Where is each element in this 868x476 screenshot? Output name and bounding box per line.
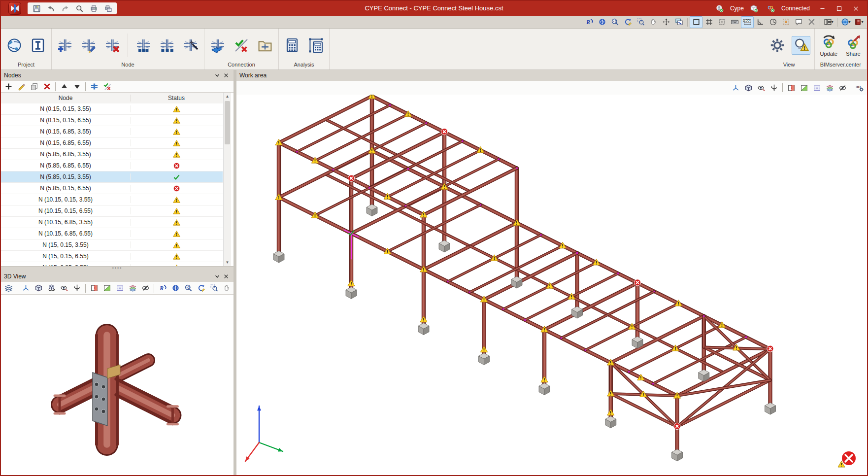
add-icon[interactable] bbox=[2, 81, 15, 93]
frame-icon[interactable] bbox=[690, 16, 702, 28]
rotate-view-icon[interactable]: R bbox=[156, 282, 169, 294]
view3d-settings-icon[interactable]: 3D bbox=[853, 82, 866, 94]
warning-marker[interactable] bbox=[368, 95, 375, 99]
turntable-icon[interactable] bbox=[768, 82, 780, 94]
copy-icon[interactable] bbox=[28, 81, 40, 93]
import-node-icon[interactable] bbox=[88, 81, 100, 93]
calculate-button[interactable] bbox=[283, 36, 301, 55]
warnings-bulb-button[interactable] bbox=[792, 36, 810, 55]
maximize-button[interactable] bbox=[831, 1, 847, 16]
node-row[interactable]: N (15, 6.85, 3.55) bbox=[1, 262, 223, 266]
view3d-viewport[interactable] bbox=[1, 295, 234, 476]
rotate-model-icon[interactable] bbox=[45, 282, 58, 294]
add-node-button[interactable] bbox=[56, 36, 74, 55]
layout-icon[interactable]: ▾ bbox=[822, 16, 835, 28]
user-status-icon[interactable] bbox=[713, 2, 726, 14]
library-connection-button[interactable] bbox=[256, 36, 274, 55]
node-row[interactable]: N (15, 0.15, 6.55) bbox=[1, 251, 223, 262]
search-icon[interactable] bbox=[73, 2, 86, 14]
work-plane-icon[interactable] bbox=[100, 282, 113, 294]
close-panel-icon[interactable] bbox=[222, 71, 231, 80]
scroll-thumb[interactable] bbox=[225, 101, 230, 144]
edit-node-button[interactable] bbox=[79, 36, 98, 55]
node-row[interactable]: N (15, 0.15, 3.55) bbox=[1, 239, 223, 251]
validate-icon[interactable] bbox=[100, 81, 113, 93]
print-view-icon[interactable] bbox=[101, 2, 114, 14]
node-row[interactable]: N (5.85, 6.85, 6.55) bbox=[1, 160, 223, 171]
warning-marker[interactable] bbox=[420, 316, 427, 322]
app-menu-button[interactable] bbox=[5, 1, 25, 15]
node-row[interactable]: N (5.85, 0.15, 3.55) bbox=[1, 171, 223, 183]
arc-icon[interactable] bbox=[767, 16, 779, 28]
edit-pencil-icon[interactable] bbox=[15, 81, 28, 93]
options-gear-button[interactable] bbox=[768, 36, 787, 55]
move-up-icon[interactable] bbox=[58, 81, 70, 93]
turntable-icon[interactable] bbox=[70, 282, 83, 294]
box-status-icon[interactable] bbox=[748, 2, 761, 14]
error-marker[interactable] bbox=[767, 345, 773, 352]
assign-nodes-button[interactable] bbox=[134, 36, 153, 55]
undo-icon[interactable] bbox=[44, 2, 57, 14]
zoom-x2-icon[interactable]: ×2 bbox=[608, 16, 621, 28]
job-globe-button[interactable] bbox=[5, 36, 24, 55]
update-button[interactable]: Update bbox=[819, 33, 839, 58]
delete-node-button[interactable] bbox=[103, 36, 122, 55]
zoom-x2-icon[interactable]: ×2 bbox=[182, 282, 195, 294]
redo-icon[interactable] bbox=[59, 2, 71, 14]
measure-icon[interactable]: 1.00 bbox=[741, 16, 754, 28]
column-header-node[interactable]: Node bbox=[1, 95, 131, 102]
warning-marker[interactable] bbox=[348, 280, 355, 286]
iso-cube-icon[interactable] bbox=[742, 82, 755, 94]
column-header-status[interactable]: Status bbox=[131, 95, 222, 102]
keyboard-icon[interactable] bbox=[728, 16, 741, 28]
angle-icon[interactable] bbox=[754, 16, 767, 28]
warning-marker[interactable] bbox=[607, 409, 614, 415]
iso-cube-icon[interactable] bbox=[32, 282, 45, 294]
calculate-detail-button[interactable] bbox=[306, 36, 325, 55]
help-book-icon[interactable]: ▾ bbox=[852, 16, 865, 28]
node-row[interactable]: N (5.85, 0.15, 6.55) bbox=[1, 183, 223, 194]
move-down-icon[interactable] bbox=[70, 81, 83, 93]
error-marker[interactable] bbox=[348, 175, 354, 181]
warning-marker[interactable] bbox=[541, 376, 548, 382]
scroll-up-icon[interactable]: ▲ bbox=[226, 93, 230, 100]
axes-icon[interactable] bbox=[19, 282, 32, 294]
layers-icon[interactable] bbox=[2, 282, 15, 294]
section-plane-icon[interactable] bbox=[785, 82, 798, 94]
language-globe-icon[interactable]: ▾ bbox=[839, 16, 852, 28]
section-plane-icon[interactable] bbox=[88, 282, 100, 294]
orbit-icon[interactable] bbox=[660, 16, 672, 28]
close-panel-icon[interactable] bbox=[222, 272, 231, 281]
close-button[interactable] bbox=[847, 1, 864, 16]
layers-stack-icon[interactable] bbox=[126, 282, 139, 294]
tools-icon[interactable] bbox=[805, 16, 818, 28]
look-at-icon[interactable] bbox=[58, 282, 70, 294]
zoom-window-icon[interactable] bbox=[207, 282, 220, 294]
delete-red-icon[interactable] bbox=[40, 81, 53, 93]
zoom-extents-icon[interactable] bbox=[169, 282, 182, 294]
work-plane-icon[interactable] bbox=[798, 82, 810, 94]
zoom-extents-icon[interactable] bbox=[596, 16, 608, 28]
error-notification[interactable] bbox=[838, 451, 856, 467]
zoom-window-icon[interactable] bbox=[634, 16, 647, 28]
import-connection-button[interactable] bbox=[208, 36, 227, 55]
node-row[interactable]: N (0.15, 6.85, 6.55) bbox=[1, 137, 223, 149]
node-row[interactable]: N (0.15, 0.15, 6.55) bbox=[1, 115, 223, 126]
comment-icon[interactable] bbox=[792, 16, 805, 28]
generate-nodes-button[interactable] bbox=[181, 36, 200, 55]
redraw-icon[interactable] bbox=[195, 282, 207, 294]
pan-icon[interactable] bbox=[647, 16, 660, 28]
capture-view-icon[interactable] bbox=[672, 16, 685, 28]
warning-marker[interactable] bbox=[480, 346, 487, 352]
node-row[interactable]: N (10.15, 0.15, 6.55) bbox=[1, 205, 223, 217]
scroll-down-icon[interactable]: ▼ bbox=[226, 259, 230, 266]
look-at-icon[interactable] bbox=[755, 82, 768, 94]
hide-eye-icon[interactable] bbox=[836, 82, 849, 94]
work-area-viewport[interactable] bbox=[236, 95, 868, 476]
error-marker[interactable] bbox=[674, 423, 680, 429]
error-marker[interactable] bbox=[634, 279, 640, 286]
check-connection-button[interactable] bbox=[232, 36, 251, 55]
group-nodes-button[interactable] bbox=[158, 36, 176, 55]
grid-icon[interactable] bbox=[702, 16, 715, 28]
node-row[interactable]: N (10.15, 0.15, 3.55) bbox=[1, 194, 223, 205]
